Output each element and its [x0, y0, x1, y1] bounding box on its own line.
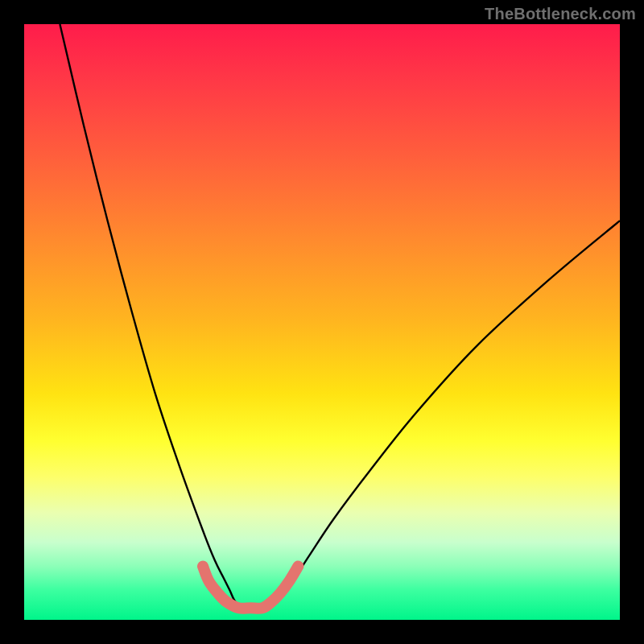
curve-floor-band	[203, 566, 298, 608]
curve-layer	[24, 24, 620, 620]
curve-left-branch	[60, 24, 244, 608]
watermark-text: TheBottleneck.com	[485, 5, 636, 23]
plot-area	[24, 24, 620, 620]
chart-stage: TheBottleneck.com	[0, 0, 644, 644]
curve-right-branch	[268, 221, 620, 608]
